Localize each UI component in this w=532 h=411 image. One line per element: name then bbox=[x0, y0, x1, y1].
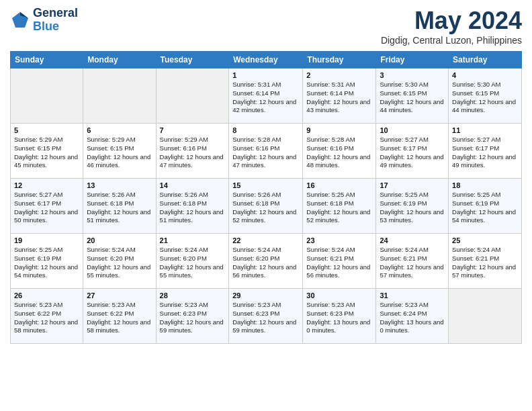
day-cell: 29Sunrise: 5:23 AM Sunset: 6:23 PM Dayli… bbox=[229, 289, 303, 344]
day-info: Sunrise: 5:23 AM Sunset: 6:22 PM Dayligh… bbox=[14, 301, 79, 335]
day-number: 4 bbox=[452, 71, 518, 79]
day-number: 27 bbox=[87, 291, 152, 300]
day-number: 2 bbox=[306, 71, 372, 79]
day-info: Sunrise: 5:23 AM Sunset: 6:24 PM Dayligh… bbox=[380, 301, 445, 335]
day-cell: 6Sunrise: 5:29 AM Sunset: 6:15 PM Daylig… bbox=[83, 124, 156, 179]
day-info: Sunrise: 5:25 AM Sunset: 6:19 PM Dayligh… bbox=[380, 191, 445, 225]
day-info: Sunrise: 5:24 AM Sunset: 6:21 PM Dayligh… bbox=[452, 246, 518, 280]
day-info: Sunrise: 5:24 AM Sunset: 6:20 PM Dayligh… bbox=[87, 246, 152, 280]
day-cell bbox=[83, 68, 156, 124]
day-cell: 3Sunrise: 5:30 AM Sunset: 6:15 PM Daylig… bbox=[376, 68, 449, 124]
day-info: Sunrise: 5:31 AM Sunset: 6:14 PM Dayligh… bbox=[306, 81, 372, 115]
day-info: Sunrise: 5:28 AM Sunset: 6:16 PM Dayligh… bbox=[306, 136, 372, 170]
day-number: 10 bbox=[380, 126, 445, 134]
logo-blue-text: Blue bbox=[33, 20, 78, 34]
day-info: Sunrise: 5:23 AM Sunset: 6:23 PM Dayligh… bbox=[306, 301, 372, 335]
day-number: 19 bbox=[14, 236, 79, 244]
day-number: 29 bbox=[232, 291, 299, 300]
day-cell: 5Sunrise: 5:29 AM Sunset: 6:15 PM Daylig… bbox=[11, 124, 83, 179]
day-number: 24 bbox=[380, 236, 445, 244]
day-number: 13 bbox=[87, 181, 152, 189]
day-info: Sunrise: 5:25 AM Sunset: 6:19 PM Dayligh… bbox=[14, 246, 79, 280]
logo-text: General Blue bbox=[33, 7, 78, 34]
day-number: 30 bbox=[306, 291, 372, 300]
day-number: 25 bbox=[452, 236, 518, 244]
day-info: Sunrise: 5:27 AM Sunset: 6:17 PM Dayligh… bbox=[380, 136, 445, 170]
calendar-table: SundayMondayTuesdayWednesdayThursdayFrid… bbox=[10, 51, 522, 344]
week-row-1: 1Sunrise: 5:31 AM Sunset: 6:14 PM Daylig… bbox=[11, 68, 522, 124]
day-cell: 22Sunrise: 5:24 AM Sunset: 6:20 PM Dayli… bbox=[229, 234, 303, 289]
col-header-wednesday: Wednesday bbox=[229, 52, 303, 68]
logo-icon bbox=[10, 10, 30, 30]
day-info: Sunrise: 5:27 AM Sunset: 6:17 PM Dayligh… bbox=[452, 136, 518, 170]
day-cell bbox=[11, 68, 83, 124]
day-info: Sunrise: 5:26 AM Sunset: 6:18 PM Dayligh… bbox=[232, 191, 299, 225]
day-info: Sunrise: 5:23 AM Sunset: 6:22 PM Dayligh… bbox=[87, 301, 152, 335]
day-cell: 12Sunrise: 5:27 AM Sunset: 6:17 PM Dayli… bbox=[11, 179, 83, 234]
day-info: Sunrise: 5:23 AM Sunset: 6:23 PM Dayligh… bbox=[232, 301, 299, 335]
col-header-saturday: Saturday bbox=[449, 52, 522, 68]
day-cell: 14Sunrise: 5:26 AM Sunset: 6:18 PM Dayli… bbox=[156, 179, 229, 234]
day-cell bbox=[449, 289, 522, 344]
day-cell: 26Sunrise: 5:23 AM Sunset: 6:22 PM Dayli… bbox=[11, 289, 83, 344]
day-number: 11 bbox=[452, 126, 518, 134]
day-number: 26 bbox=[14, 291, 79, 300]
day-number: 5 bbox=[14, 126, 79, 134]
day-cell: 7Sunrise: 5:29 AM Sunset: 6:16 PM Daylig… bbox=[156, 124, 229, 179]
col-header-friday: Friday bbox=[376, 52, 449, 68]
day-cell: 15Sunrise: 5:26 AM Sunset: 6:18 PM Dayli… bbox=[229, 179, 303, 234]
day-cell: 16Sunrise: 5:25 AM Sunset: 6:18 PM Dayli… bbox=[303, 179, 376, 234]
day-info: Sunrise: 5:31 AM Sunset: 6:14 PM Dayligh… bbox=[232, 81, 299, 115]
day-number: 18 bbox=[452, 181, 518, 189]
week-row-3: 12Sunrise: 5:27 AM Sunset: 6:17 PM Dayli… bbox=[11, 179, 522, 234]
week-row-2: 5Sunrise: 5:29 AM Sunset: 6:15 PM Daylig… bbox=[11, 124, 522, 179]
day-cell: 9Sunrise: 5:28 AM Sunset: 6:16 PM Daylig… bbox=[303, 124, 376, 179]
day-number: 12 bbox=[14, 181, 79, 189]
day-number: 14 bbox=[160, 181, 226, 189]
day-number: 22 bbox=[232, 236, 299, 244]
day-info: Sunrise: 5:24 AM Sunset: 6:20 PM Dayligh… bbox=[160, 246, 226, 280]
day-cell: 11Sunrise: 5:27 AM Sunset: 6:17 PM Dayli… bbox=[449, 124, 522, 179]
day-info: Sunrise: 5:29 AM Sunset: 6:15 PM Dayligh… bbox=[14, 136, 79, 170]
day-info: Sunrise: 5:24 AM Sunset: 6:21 PM Dayligh… bbox=[306, 246, 372, 280]
day-cell: 25Sunrise: 5:24 AM Sunset: 6:21 PM Dayli… bbox=[449, 234, 522, 289]
page: General Blue May 2024 Digdig, Central Lu… bbox=[0, 0, 532, 411]
day-cell bbox=[156, 68, 229, 124]
day-info: Sunrise: 5:25 AM Sunset: 6:19 PM Dayligh… bbox=[452, 191, 518, 225]
day-cell: 23Sunrise: 5:24 AM Sunset: 6:21 PM Dayli… bbox=[303, 234, 376, 289]
day-info: Sunrise: 5:30 AM Sunset: 6:15 PM Dayligh… bbox=[452, 81, 518, 115]
day-cell: 27Sunrise: 5:23 AM Sunset: 6:22 PM Dayli… bbox=[83, 289, 156, 344]
day-number: 21 bbox=[160, 236, 226, 244]
header: General Blue May 2024 Digdig, Central Lu… bbox=[10, 7, 522, 46]
day-number: 16 bbox=[306, 181, 372, 189]
day-info: Sunrise: 5:26 AM Sunset: 6:18 PM Dayligh… bbox=[87, 191, 152, 225]
subtitle: Digdig, Central Luzon, Philippines bbox=[381, 35, 522, 46]
day-number: 6 bbox=[87, 126, 152, 134]
day-cell: 1Sunrise: 5:31 AM Sunset: 6:14 PM Daylig… bbox=[229, 68, 303, 124]
col-header-sunday: Sunday bbox=[11, 52, 83, 68]
logo: General Blue bbox=[10, 7, 78, 34]
day-number: 3 bbox=[380, 71, 445, 79]
day-cell: 30Sunrise: 5:23 AM Sunset: 6:23 PM Dayli… bbox=[303, 289, 376, 344]
day-header-row: SundayMondayTuesdayWednesdayThursdayFrid… bbox=[11, 52, 522, 68]
day-number: 7 bbox=[160, 126, 226, 134]
day-cell: 19Sunrise: 5:25 AM Sunset: 6:19 PM Dayli… bbox=[11, 234, 83, 289]
day-number: 8 bbox=[232, 126, 299, 134]
day-cell: 20Sunrise: 5:24 AM Sunset: 6:20 PM Dayli… bbox=[83, 234, 156, 289]
col-header-tuesday: Tuesday bbox=[156, 52, 229, 68]
day-info: Sunrise: 5:23 AM Sunset: 6:23 PM Dayligh… bbox=[160, 301, 226, 335]
week-row-5: 26Sunrise: 5:23 AM Sunset: 6:22 PM Dayli… bbox=[11, 289, 522, 344]
day-number: 20 bbox=[87, 236, 152, 244]
day-cell: 17Sunrise: 5:25 AM Sunset: 6:19 PM Dayli… bbox=[376, 179, 449, 234]
day-info: Sunrise: 5:26 AM Sunset: 6:18 PM Dayligh… bbox=[160, 191, 226, 225]
day-cell: 21Sunrise: 5:24 AM Sunset: 6:20 PM Dayli… bbox=[156, 234, 229, 289]
day-number: 28 bbox=[160, 291, 226, 300]
day-cell: 10Sunrise: 5:27 AM Sunset: 6:17 PM Dayli… bbox=[376, 124, 449, 179]
day-info: Sunrise: 5:28 AM Sunset: 6:16 PM Dayligh… bbox=[232, 136, 299, 170]
logo-general-text: General bbox=[33, 7, 78, 20]
col-header-thursday: Thursday bbox=[303, 52, 376, 68]
day-number: 1 bbox=[232, 71, 299, 79]
day-number: 17 bbox=[380, 181, 445, 189]
day-info: Sunrise: 5:30 AM Sunset: 6:15 PM Dayligh… bbox=[380, 81, 445, 115]
day-info: Sunrise: 5:25 AM Sunset: 6:18 PM Dayligh… bbox=[306, 191, 372, 225]
